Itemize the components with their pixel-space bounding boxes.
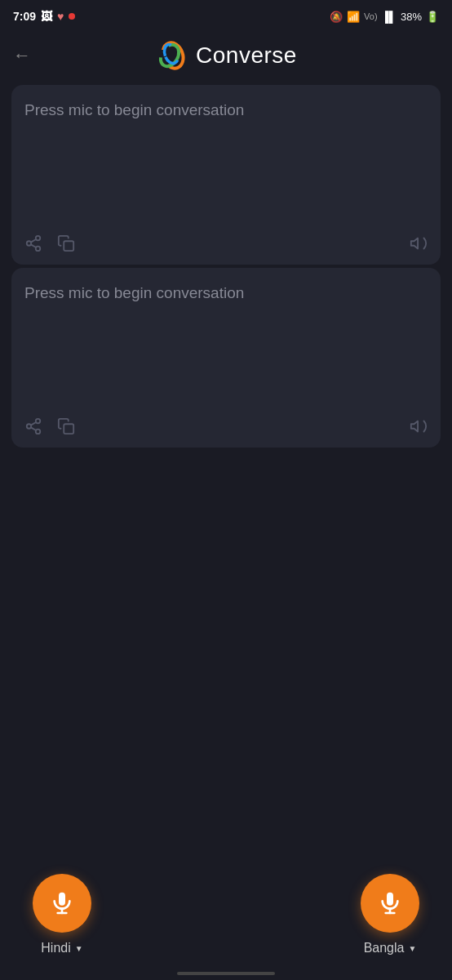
right-mic-control: Bangla ▼ bbox=[361, 874, 419, 956]
right-dropdown-arrow: ▼ bbox=[408, 944, 416, 953]
header: ← Converse bbox=[0, 29, 452, 85]
box-1-actions bbox=[24, 228, 428, 255]
right-mic-button[interactable] bbox=[361, 874, 419, 933]
conversation-box-1: Press mic to begin conversation bbox=[11, 85, 441, 265]
conversation-placeholder-2: Press mic to begin conversation bbox=[24, 284, 428, 401]
share-icon-2[interactable] bbox=[24, 417, 42, 438]
back-button[interactable]: ← bbox=[13, 47, 31, 65]
status-left: 7:09 🖼 ♥ bbox=[13, 10, 75, 23]
svg-rect-17 bbox=[59, 893, 65, 906]
conversation-container: Press mic to begin conversation bbox=[0, 85, 452, 451]
status-right: 🔕 📶 Vo) ▐▌ 38% 🔋 bbox=[330, 11, 439, 23]
box-2-actions-left bbox=[24, 417, 75, 438]
battery-percentage: 38% bbox=[401, 11, 422, 23]
left-language-label: Hindi bbox=[41, 941, 70, 956]
wifi-icon: 📶 bbox=[347, 11, 360, 23]
svg-line-7 bbox=[31, 239, 36, 243]
status-bar: 7:09 🖼 ♥ 🔕 📶 Vo) ▐▌ 38% 🔋 bbox=[0, 0, 452, 29]
header-logo: Converse bbox=[155, 39, 297, 72]
status-time: 7:09 bbox=[13, 10, 36, 23]
app-title: Converse bbox=[196, 42, 297, 69]
right-language-label: Bangla bbox=[364, 941, 405, 956]
svg-rect-15 bbox=[64, 424, 73, 434]
notification-dot bbox=[69, 13, 75, 20]
app-logo bbox=[155, 39, 188, 72]
svg-marker-16 bbox=[411, 421, 418, 432]
bottom-controls: Hindi ▼ Bangla ▼ bbox=[0, 858, 452, 980]
left-dropdown-arrow: ▼ bbox=[75, 944, 83, 953]
right-lang-selector[interactable]: Bangla ▼ bbox=[364, 941, 417, 956]
battery-icon: 🔋 bbox=[426, 11, 439, 23]
share-icon-1[interactable] bbox=[24, 234, 42, 255]
copy-icon-2[interactable] bbox=[57, 417, 75, 438]
conversation-box-2: Press mic to begin conversation bbox=[11, 268, 441, 448]
box-2-actions bbox=[24, 411, 428, 438]
left-mic-control: Hindi ▼ bbox=[33, 874, 91, 956]
scrollbar-hint bbox=[177, 972, 275, 975]
svg-rect-20 bbox=[387, 893, 393, 906]
svg-rect-8 bbox=[64, 241, 73, 251]
mute-icon: 🔕 bbox=[330, 11, 343, 23]
copy-icon-1[interactable] bbox=[57, 234, 75, 255]
heart-icon: ♥ bbox=[57, 10, 64, 23]
left-lang-selector[interactable]: Hindi ▼ bbox=[41, 941, 82, 956]
svg-line-13 bbox=[31, 427, 36, 430]
photo-icon: 🖼 bbox=[41, 10, 52, 23]
left-mic-button[interactable] bbox=[33, 874, 91, 933]
svg-marker-9 bbox=[411, 238, 418, 249]
mic-icon-right bbox=[377, 890, 403, 916]
box-1-actions-left bbox=[24, 234, 75, 255]
signal-icon: Vo) bbox=[364, 11, 378, 21]
volume-icon-2[interactable] bbox=[410, 417, 428, 438]
bars-icon: ▐▌ bbox=[382, 11, 397, 23]
volume-icon-1[interactable] bbox=[410, 234, 428, 255]
svg-line-6 bbox=[31, 244, 36, 247]
mic-icon-left bbox=[49, 890, 75, 916]
conversation-placeholder-1: Press mic to begin conversation bbox=[24, 101, 428, 218]
svg-line-14 bbox=[31, 422, 36, 425]
